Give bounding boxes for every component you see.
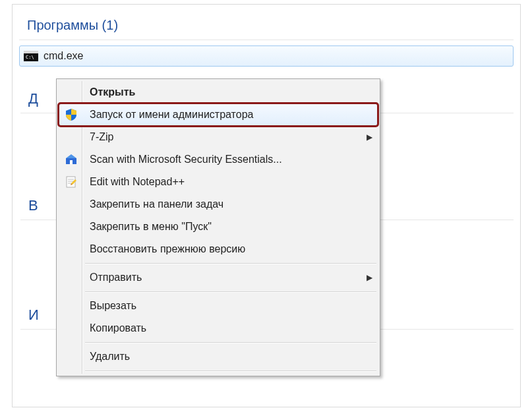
section-header-programs: Программы (1): [19, 18, 514, 40]
svg-text:C:\: C:\: [26, 55, 34, 60]
menu-separator: [85, 263, 376, 264]
menu-label: 7-Zip: [83, 131, 361, 143]
menu-item-7zip[interactable]: 7-Zip ▶: [59, 126, 378, 148]
menu-label: Открыть: [83, 86, 377, 98]
notepadpp-icon: [59, 175, 83, 189]
svg-rect-1: [24, 51, 38, 53]
menu-label: Scan with Microsoft Security Essentials.…: [83, 154, 377, 165]
menu-label: Закрепить на панели задач: [83, 198, 377, 210]
menu-item-edit-npp[interactable]: Edit with Notepad++: [59, 171, 378, 193]
menu-label: Отправить: [83, 272, 361, 283]
menu-item-cut[interactable]: Вырезать: [59, 295, 378, 317]
chevron-right-icon: ▶: [361, 132, 377, 142]
menu-separator: [85, 370, 376, 371]
menu-label: Копировать: [83, 322, 377, 334]
menu-label: Запуск от имени администратора: [83, 109, 377, 121]
cmd-icon: C:\: [24, 51, 38, 61]
menu-label: Восстановить прежнюю версию: [83, 243, 377, 255]
menu-item-copy[interactable]: Копировать: [59, 317, 378, 339]
menu-label: Вырезать: [83, 300, 377, 312]
context-menu: Открыть Запуск от имени администратора 7…: [56, 78, 380, 376]
menu-item-send-to[interactable]: Отправить ▶: [59, 266, 378, 289]
menu-item-restore-previous[interactable]: Восстановить прежнюю версию: [59, 238, 378, 260]
search-result-cmd[interactable]: C:\ cmd.exe: [19, 45, 514, 67]
mse-icon: [59, 153, 83, 166]
menu-separator: [85, 291, 376, 292]
menu-label: Удалить: [83, 351, 377, 363]
shield-icon: [59, 108, 83, 121]
search-results-panel: Программы (1) C:\ cmd.exe Д В И Открыть: [12, 4, 521, 407]
chevron-right-icon: ▶: [361, 273, 377, 282]
menu-item-run-as-admin[interactable]: Запуск от имени администратора: [59, 103, 378, 126]
svg-rect-4: [70, 160, 73, 164]
menu-item-open[interactable]: Открыть: [59, 81, 378, 103]
menu-label: Закрепить в меню "Пуск": [83, 221, 377, 233]
search-result-label: cmd.exe: [44, 50, 83, 62]
menu-item-pin-taskbar[interactable]: Закрепить на панели задач: [59, 193, 378, 216]
menu-label: Edit with Notepad++: [83, 176, 377, 188]
menu-item-pin-start[interactable]: Закрепить в меню "Пуск": [59, 216, 378, 238]
menu-item-delete[interactable]: Удалить: [59, 345, 378, 368]
menu-separator: [85, 342, 376, 343]
menu-item-scan-mse[interactable]: Scan with Microsoft Security Essentials.…: [59, 148, 378, 171]
